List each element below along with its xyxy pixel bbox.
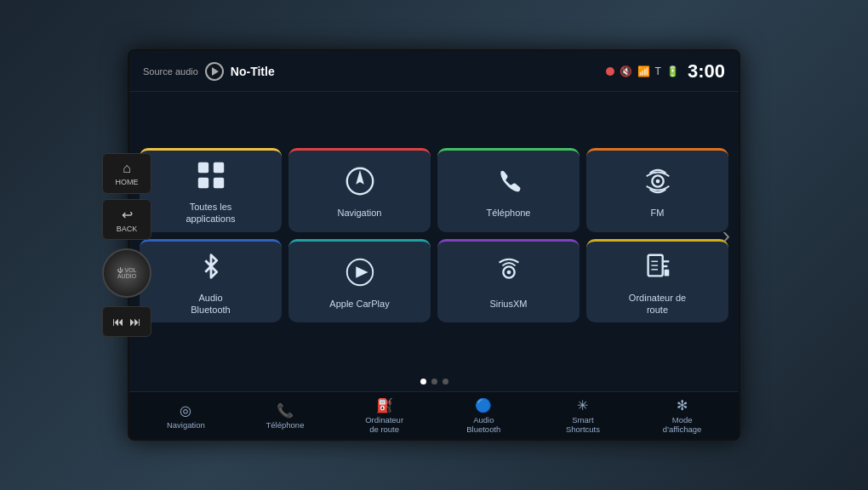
tile-apple-carplay[interactable]: Apple CarPlay (288, 239, 431, 323)
back-label: BACK (117, 225, 138, 233)
siriusxm-icon (493, 256, 525, 293)
grid-wrapper: Toutes lesapplications Navigation (140, 100, 728, 370)
app-grid: Toutes lesapplications Navigation (140, 148, 728, 322)
bottom-bar: ◎ Navigation 📞 Téléphone ⛽ Ordinateur de… (129, 391, 739, 439)
back-button[interactable]: ↩ BACK (102, 199, 151, 240)
battery-icon: 🔋 (666, 66, 679, 77)
nav-label: Navigation (338, 207, 382, 219)
main-content: Toutes lesapplications Navigation (129, 92, 739, 391)
tile-siriusxm[interactable]: SiriusXM (437, 239, 580, 323)
dot-1 (420, 379, 426, 385)
home-button[interactable]: ⌂ HOME (102, 153, 151, 194)
ordinateur-label: Ordinateur deroute (629, 292, 686, 316)
clock: 3:00 (688, 60, 725, 83)
svg-marker-9 (356, 266, 368, 277)
phone-icon (493, 165, 525, 202)
trip-icon (642, 250, 674, 287)
bottom-trip-label: Ordinateur de route (365, 415, 403, 434)
pagination-dots (140, 377, 728, 386)
track-title: No-Title (231, 65, 606, 78)
source-label: Source audio (143, 66, 198, 77)
siriusxm-label: SiriusXM (489, 298, 527, 310)
bottom-nav-icon: ◎ (180, 402, 191, 419)
tile-fm[interactable]: FM (586, 148, 728, 232)
radio-icon (642, 165, 674, 202)
bottom-mode[interactable]: ✻ Mode d'affichage (653, 397, 712, 434)
tile-navigation[interactable]: Navigation (288, 148, 431, 232)
volume-knob[interactable]: ⏻ VOL AUDIO (102, 248, 151, 298)
back-icon: ↩ (122, 207, 133, 223)
car-frame: ⌂ HOME ↩ BACK ⏻ VOL AUDIO ⏮ ⏭ Source aud… (0, 0, 868, 490)
bottom-bt-icon: 🔵 (475, 397, 492, 413)
play-icon (212, 67, 219, 76)
dot-3 (443, 379, 448, 385)
svg-rect-1 (213, 162, 223, 173)
bottom-ordinateur[interactable]: ⛽ Ordinateur de route (355, 397, 414, 434)
carplay-label: Apple CarPlay (329, 298, 389, 310)
main-screen: Source audio No-Title 🔇 📶 T 🔋 3:00 (128, 49, 740, 441)
bottom-phone-label: Téléphone (266, 420, 305, 430)
svg-rect-2 (197, 178, 208, 188)
bottom-telephone[interactable]: 📞 Téléphone (255, 402, 315, 430)
home-icon: ⌂ (123, 161, 131, 176)
vol-label: ⏻ VOL AUDIO (117, 267, 137, 279)
chevron-right-icon[interactable]: › (722, 222, 730, 249)
signal-icon: T (655, 66, 661, 77)
wifi-icon: 📶 (637, 66, 650, 77)
status-icons: 🔇 📶 T 🔋 (606, 66, 679, 77)
left-controls: ⌂ HOME ↩ BACK ⏻ VOL AUDIO ⏮ ⏭ (102, 153, 151, 337)
tile-ordinateur-route[interactable]: Ordinateur deroute (586, 239, 728, 323)
carplay-icon (344, 256, 376, 293)
svg-rect-0 (197, 162, 208, 173)
fm-label: FM (651, 207, 665, 219)
bottom-bt-label: Audio Bluetooth (466, 415, 500, 434)
toutes-label: Toutes lesapplications (186, 201, 235, 225)
next-icon[interactable]: ⏭ (129, 315, 141, 328)
bluetooth-status-icon: 🔇 (620, 66, 632, 77)
notification-dot (606, 67, 614, 76)
play-button[interactable] (205, 62, 224, 81)
bottom-smart-label: Smart Shortcuts (566, 415, 600, 434)
nav-icon (344, 165, 376, 202)
bottom-mode-label: Mode d'affichage (663, 415, 701, 434)
svg-point-7 (655, 179, 660, 184)
svg-point-11 (506, 270, 511, 274)
bottom-trip-icon: ⛽ (376, 397, 393, 413)
bottom-audio-bt[interactable]: 🔵 Audio Bluetooth (454, 397, 513, 434)
bluetooth-icon (195, 250, 227, 287)
bottom-mode-icon: ✻ (677, 397, 688, 413)
tile-audio-bluetooth[interactable]: AudioBluetooth (140, 239, 282, 323)
svg-rect-3 (213, 178, 223, 188)
bottom-phone-icon: 📞 (277, 402, 294, 419)
prev-icon[interactable]: ⏮ (112, 315, 124, 328)
bottom-nav-label: Navigation (167, 420, 205, 430)
status-bar: Source audio No-Title 🔇 📶 T 🔋 3:00 (129, 51, 739, 92)
bottom-smart-icon: ✳ (577, 397, 588, 413)
tile-toutes-applications[interactable]: Toutes lesapplications (140, 148, 282, 232)
audio-bt-label: AudioBluetooth (191, 292, 230, 316)
svg-rect-18 (664, 269, 669, 276)
dot-2 (431, 379, 437, 385)
media-prev-next[interactable]: ⏮ ⏭ (102, 306, 151, 337)
grid-icon (195, 159, 227, 196)
bottom-navigation[interactable]: ◎ Navigation (156, 402, 215, 430)
home-label: HOME (116, 178, 139, 186)
bottom-smart[interactable]: ✳ Smart Shortcuts (553, 397, 613, 434)
tile-telephone[interactable]: Téléphone (437, 148, 580, 232)
telephone-label: Téléphone (487, 207, 531, 219)
svg-marker-5 (356, 170, 364, 185)
